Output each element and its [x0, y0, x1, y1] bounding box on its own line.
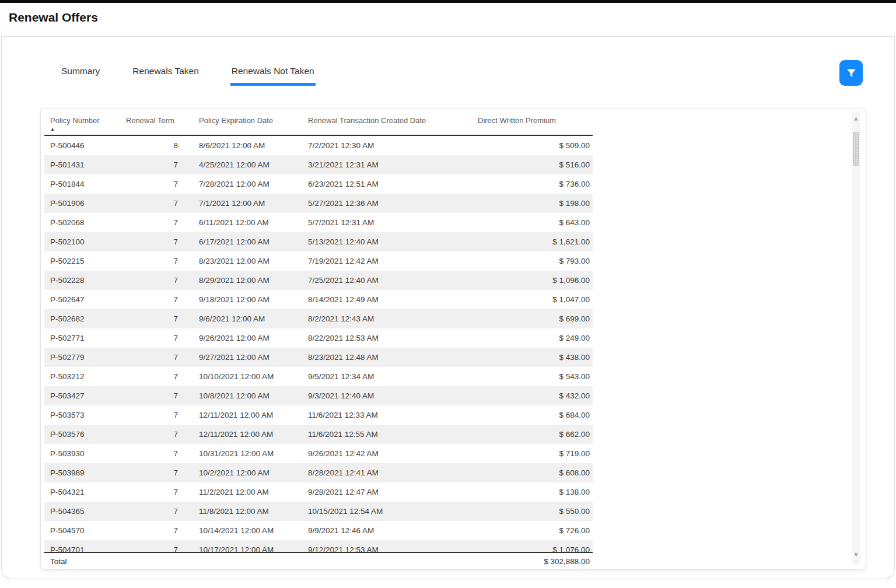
cell-policy-number: P-502647 — [44, 290, 120, 309]
table-row[interactable]: P-502228 7 8/29/2021 12:00 AM 7/25/2021 … — [44, 271, 593, 290]
column-header-policy-expiration-date[interactable]: Policy Expiration Date — [181, 116, 307, 135]
cell-policy-expiration-date: 10/2/2021 12:00 AM — [181, 463, 307, 482]
table-row[interactable]: P-504365 7 11/8/2021 12:00 AM 10/15/2021… — [44, 502, 593, 521]
cell-direct-written-premium: $ 1,047.00 — [473, 290, 593, 309]
cell-policy-expiration-date: 8/29/2021 12:00 AM — [181, 271, 307, 290]
table-row[interactable]: P-503427 7 10/8/2021 12:00 AM 9/3/2021 1… — [44, 386, 593, 405]
cell-policy-expiration-date: 10/17/2021 12:00 AM — [181, 540, 307, 552]
cell-policy-number: P-502779 — [44, 348, 120, 367]
table-row[interactable]: P-502771 7 9/26/2021 12:00 AM 8/22/2021 … — [44, 328, 593, 348]
table-row[interactable]: P-503576 7 12/11/2021 12:00 AM 11/6/2021… — [44, 425, 593, 444]
cell-renewal-term: 8 — [120, 136, 181, 155]
scrollbar-thumb[interactable] — [853, 132, 859, 166]
cell-renewal-transaction-created-date: 8/2/2021 12:43 AM — [307, 309, 473, 328]
tab-bar: Summary Renewals Taken Renewals Not Take… — [60, 66, 316, 82]
table-row[interactable]: P-500446 8 8/6/2021 12:00 AM 7/2/2021 12… — [44, 136, 593, 155]
report-canvas: Summary Renewals Taken Renewals Not Take… — [1, 37, 895, 579]
cell-renewal-term: 7 — [120, 386, 181, 405]
cell-policy-number: P-503930 — [44, 444, 120, 463]
tab-renewals-not-taken[interactable]: Renewals Not Taken — [230, 66, 316, 82]
cell-renewal-term: 7 — [120, 309, 181, 328]
cell-renewal-term: 7 — [120, 348, 181, 367]
cell-renewal-transaction-created-date: 8/23/2021 12:48 AM — [307, 348, 473, 367]
column-header-renewal-transaction-created-date[interactable]: Renewal Transaction Created Date — [307, 116, 473, 135]
cell-policy-expiration-date: 10/14/2021 12:00 AM — [181, 521, 307, 540]
cell-policy-number: P-502771 — [44, 328, 120, 348]
cell-policy-expiration-date: 8/23/2021 12:00 AM — [181, 251, 307, 271]
table-row[interactable]: P-501844 7 7/28/2021 12:00 AM 6/23/2021 … — [44, 174, 593, 194]
column-header-renewal-term[interactable]: Renewal Term — [120, 116, 181, 135]
table-row[interactable]: P-502779 7 9/27/2021 12:00 AM 8/23/2021 … — [44, 348, 593, 367]
table-row[interactable]: P-502068 7 6/11/2021 12:00 AM 5/7/2021 1… — [44, 213, 593, 232]
tab-renewals-taken[interactable]: Renewals Taken — [131, 66, 200, 82]
cell-policy-expiration-date: 11/8/2021 12:00 AM — [181, 502, 307, 521]
cell-renewal-transaction-created-date: 9/28/2021 12:47 AM — [307, 482, 473, 502]
cell-policy-expiration-date: 10/31/2021 12:00 AM — [181, 444, 307, 463]
cell-renewal-term: 7 — [120, 328, 181, 348]
cell-policy-number: P-504321 — [44, 482, 120, 502]
tab-summary[interactable]: Summary — [60, 66, 101, 82]
column-header-policy-number[interactable]: Policy Number ▲ — [44, 116, 120, 135]
cell-direct-written-premium: $ 643.00 — [473, 213, 593, 232]
table-row[interactable]: P-504321 7 11/2/2021 12:00 AM 9/28/2021 … — [44, 482, 593, 502]
cell-direct-written-premium: $ 438.00 — [473, 348, 593, 367]
active-tab-indicator — [230, 83, 316, 86]
cell-renewal-transaction-created-date: 9/3/2021 12:40 AM — [307, 386, 473, 405]
cell-policy-expiration-date: 12/11/2021 12:00 AM — [181, 405, 307, 425]
page-title: Renewal Offers — [9, 10, 98, 24]
cell-direct-written-premium: $ 1,096.00 — [473, 271, 593, 290]
table-row[interactable]: P-504701 7 10/17/2021 12:00 AM 9/12/2021… — [44, 540, 593, 552]
cell-policy-number: P-503427 — [44, 386, 120, 405]
cell-renewal-transaction-created-date: 9/12/2021 12:53 AM — [307, 540, 473, 552]
cell-renewal-transaction-created-date: 5/27/2021 12:36 AM — [307, 194, 473, 213]
table-row[interactable]: P-501906 7 7/1/2021 12:00 AM 5/27/2021 1… — [44, 194, 593, 213]
cell-renewal-term: 7 — [120, 521, 181, 540]
cell-renewal-transaction-created-date: 10/15/2021 12:54 AM — [307, 502, 473, 521]
cell-renewal-term: 7 — [120, 194, 181, 213]
cell-renewal-transaction-created-date: 5/13/2021 12:40 AM — [307, 232, 473, 251]
vertical-scrollbar[interactable]: ∧ ∨ — [852, 111, 860, 564]
table-row[interactable]: P-503989 7 10/2/2021 12:00 AM 8/28/2021 … — [44, 463, 593, 482]
table-row[interactable]: P-502682 7 9/6/2021 12:00 AM 8/2/2021 12… — [44, 309, 593, 328]
table-row[interactable]: P-503573 7 12/11/2021 12:00 AM 11/6/2021… — [44, 405, 593, 425]
cell-policy-expiration-date: 9/26/2021 12:00 AM — [181, 328, 307, 348]
cell-policy-number: P-503576 — [44, 425, 120, 444]
cell-policy-number: P-502682 — [44, 309, 120, 328]
cell-direct-written-premium: $ 684.00 — [473, 405, 593, 425]
cell-policy-expiration-date: 4/25/2021 12:00 AM — [181, 155, 307, 174]
cell-policy-expiration-date: 12/11/2021 12:00 AM — [181, 425, 307, 444]
table-row[interactable]: P-501431 7 4/25/2021 12:00 AM 3/21/2021 … — [44, 155, 593, 174]
table-body: P-500446 8 8/6/2021 12:00 AM 7/2/2021 12… — [44, 136, 593, 552]
cell-policy-expiration-date: 9/6/2021 12:00 AM — [181, 309, 307, 328]
cell-direct-written-premium: $ 249.00 — [473, 328, 593, 348]
filter-button[interactable] — [839, 60, 863, 86]
cell-renewal-term: 7 — [120, 174, 181, 194]
table-row[interactable]: P-502215 7 8/23/2021 12:00 AM 7/19/2021 … — [44, 251, 593, 271]
cell-renewal-transaction-created-date: 9/9/2021 12:46 AM — [307, 521, 473, 540]
table-row[interactable]: P-503930 7 10/31/2021 12:00 AM 9/26/2021… — [44, 444, 593, 463]
column-header-direct-written-premium[interactable]: Direct Written Premium — [473, 116, 593, 135]
scroll-down-icon[interactable]: ∨ — [852, 551, 860, 557]
cell-policy-number: P-503212 — [44, 367, 120, 386]
cell-direct-written-premium: $ 550.00 — [473, 502, 593, 521]
table-row[interactable]: P-504570 7 10/14/2021 12:00 AM 9/9/2021 … — [44, 521, 593, 540]
funnel-icon — [846, 68, 857, 79]
cell-direct-written-premium: $ 1,621.00 — [473, 232, 593, 251]
table-row[interactable]: P-502647 7 9/18/2021 12:00 AM 8/14/2021 … — [44, 290, 593, 309]
table-row[interactable]: P-502100 7 6/17/2021 12:00 AM 5/13/2021 … — [44, 232, 593, 251]
cell-renewal-transaction-created-date: 8/28/2021 12:41 AM — [307, 463, 473, 482]
cell-renewal-transaction-created-date: 9/5/2021 12:34 AM — [307, 367, 473, 386]
cell-direct-written-premium: $ 509.00 — [473, 136, 593, 155]
cell-direct-written-premium: $ 543.00 — [473, 367, 593, 386]
cell-policy-expiration-date: 6/11/2021 12:00 AM — [181, 213, 307, 232]
scroll-up-icon[interactable]: ∧ — [852, 116, 860, 122]
cell-policy-number: P-500446 — [44, 136, 120, 155]
cell-renewal-transaction-created-date: 3/21/2021 12:31 AM — [307, 155, 473, 174]
tab-renewals-taken-label: Renewals Taken — [132, 66, 198, 76]
table-row[interactable]: P-503212 7 10/10/2021 12:00 AM 9/5/2021 … — [44, 367, 593, 386]
cell-renewal-term: 7 — [120, 290, 181, 309]
cell-renewal-term: 7 — [120, 482, 181, 502]
renewals-table: Policy Number ▲ Renewal Term Policy Expi… — [40, 108, 866, 570]
cell-renewal-transaction-created-date: 8/22/2021 12:53 AM — [307, 328, 473, 348]
cell-policy-expiration-date: 6/17/2021 12:00 AM — [181, 232, 307, 251]
